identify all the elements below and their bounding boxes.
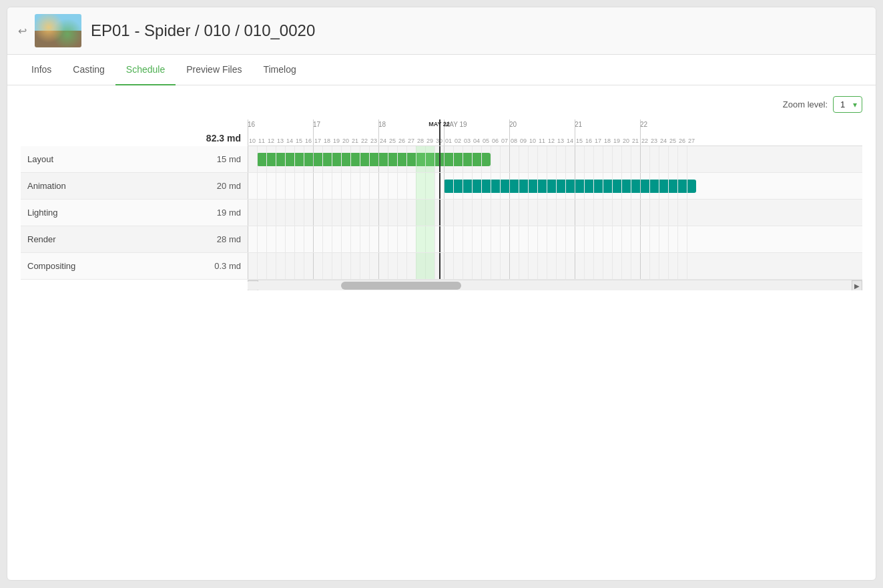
gantt-total-row: 82.3 md xyxy=(21,119,248,146)
schedule-content: Zoom level: 1 2 3 82.3 md Layout xyxy=(7,85,876,301)
gantt-scroll-area: ◀ ▶ xyxy=(21,280,862,290)
header: ↩ EP01 - Spider / 010 / 010_0020 xyxy=(7,7,876,55)
gantt-label-render: Render 28 md xyxy=(21,226,248,253)
scrollbar-thumb[interactable] xyxy=(341,282,461,290)
row-days-compositing: 0.3 md xyxy=(214,261,241,271)
row-days-render: 28 md xyxy=(217,234,241,244)
tab-timelog[interactable]: Timelog xyxy=(252,55,306,85)
gantt-label-compositing: Compositing 0.3 md xyxy=(21,253,248,280)
gantt-main: 82.3 md Layout 15 md Animation 20 md Lig… xyxy=(21,119,862,280)
gantt-body-row-render xyxy=(248,226,862,253)
gantt-labels: 82.3 md Layout 15 md Animation 20 md Lig… xyxy=(21,119,248,280)
tab-infos[interactable]: Infos xyxy=(21,55,62,85)
row-name-layout: Layout xyxy=(27,154,217,164)
gantt-body-row-animation xyxy=(248,173,862,200)
row-name-animation: Animation xyxy=(27,181,217,191)
tab-casting[interactable]: Casting xyxy=(62,55,115,85)
zoom-select-wrapper: 1 2 3 xyxy=(833,96,862,113)
thumbnail xyxy=(35,14,81,47)
gantt-label-lighting: Lighting 19 md xyxy=(21,200,248,226)
zoom-label: Zoom level: xyxy=(783,99,828,109)
row-name-render: Render xyxy=(27,234,217,244)
row-days-layout: 15 md xyxy=(217,154,241,164)
row-name-lighting: Lighting xyxy=(27,208,217,218)
scroll-right-arrow[interactable]: ▶ xyxy=(852,280,862,290)
tab-bar: Infos Casting Schedule Preview Files Tim… xyxy=(7,55,876,85)
row-days-lighting: 19 md xyxy=(217,208,241,218)
tab-schedule[interactable]: Schedule xyxy=(115,55,176,85)
gantt-chart: 161718MAY 192021221011121314151617181920… xyxy=(248,119,862,280)
row-name-compositing: Compositing xyxy=(27,261,214,271)
zoom-select[interactable]: 1 2 3 xyxy=(833,96,862,113)
row-days-animation: 20 md xyxy=(217,181,241,191)
gantt-scrollbar[interactable]: ◀ ▶ xyxy=(248,280,862,290)
gantt-body-row-compositing xyxy=(248,253,862,280)
tab-preview-files[interactable]: Preview Files xyxy=(176,55,252,85)
scrollbar-track xyxy=(248,282,862,290)
gantt-body-row-lighting xyxy=(248,200,862,226)
page-title: EP01 - Spider / 010 / 010_0020 xyxy=(91,21,315,40)
gantt-header: 161718MAY 192021221011121314151617181920… xyxy=(248,119,862,146)
gantt-body-row-layout xyxy=(248,146,862,173)
gantt-bar xyxy=(257,153,491,166)
zoom-control: Zoom level: 1 2 3 xyxy=(21,96,862,113)
gantt-label-animation: Animation 20 md xyxy=(21,173,248,200)
gantt-body xyxy=(248,146,862,280)
main-container: ↩ EP01 - Spider / 010 / 010_0020 Infos C… xyxy=(7,7,876,581)
back-button[interactable]: ↩ xyxy=(18,25,27,37)
gantt-total-value: 82.3 md xyxy=(206,133,241,143)
gantt-label-layout: Layout 15 md xyxy=(21,146,248,173)
gantt-wrapper: 82.3 md Layout 15 md Animation 20 md Lig… xyxy=(21,119,862,290)
